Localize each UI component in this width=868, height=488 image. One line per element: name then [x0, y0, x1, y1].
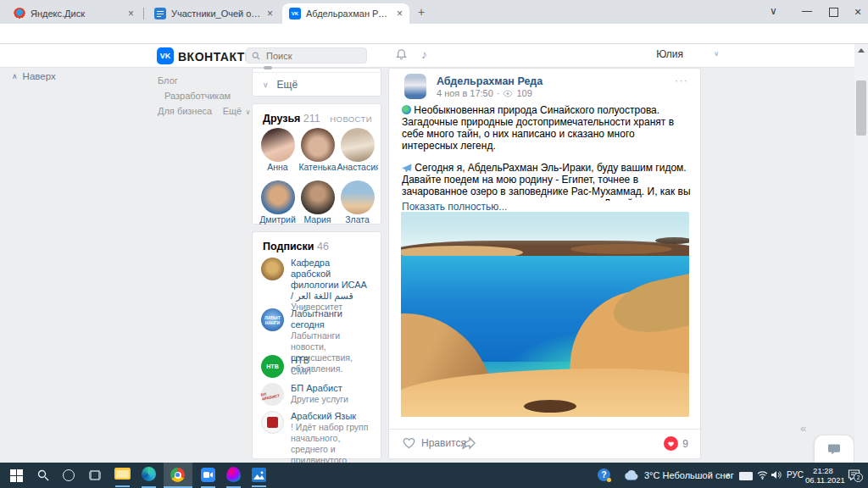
- heart-outline-icon: [402, 436, 416, 449]
- back-to-top-label: Наверх: [23, 71, 56, 81]
- desktop: Яндекс.Диск × Участники_Очей очарованье.…: [0, 0, 868, 488]
- windows-taskbar: ? 3°C Небольшой снег ∧ РУС 21:28 06.11.2…: [0, 463, 868, 488]
- likes-counter[interactable]: 9: [664, 436, 688, 451]
- friend-item[interactable]: Анастасия: [337, 128, 377, 172]
- wifi-icon[interactable]: [757, 470, 768, 480]
- file-explorer-icon[interactable]: [114, 468, 131, 480]
- friends-row-2: Дмитрий Мария Злата: [258, 180, 377, 225]
- search-box[interactable]: [246, 47, 367, 64]
- friend-item[interactable]: Катенька: [298, 128, 337, 172]
- weather-temp: 3°C: [644, 470, 659, 480]
- notifications-bell-icon[interactable]: [395, 48, 408, 61]
- music-note-icon[interactable]: ♪: [421, 47, 427, 61]
- like-label: Нравится: [421, 437, 466, 449]
- tab-close-icon[interactable]: ×: [128, 8, 134, 19]
- subscription-avatar: БП АРАБИСТ: [261, 383, 284, 406]
- friends-news-link[interactable]: новости: [330, 114, 372, 124]
- tab-close-icon[interactable]: ×: [267, 8, 273, 19]
- task-view-icon[interactable]: [89, 469, 101, 481]
- search-input[interactable]: [264, 50, 353, 62]
- subscriptions-title[interactable]: Подписки 46: [263, 241, 329, 252]
- cortana-icon[interactable]: [63, 469, 75, 481]
- friend-item[interactable]: Дмитрий: [258, 180, 298, 225]
- footer-link-business[interactable]: Для бизнеса: [158, 106, 212, 116]
- zoom-app-icon[interactable]: [201, 468, 215, 482]
- back-to-top-link[interactable]: ∧ Наверх: [12, 71, 56, 81]
- footer-link-dev[interactable]: Разработчикам: [164, 91, 231, 101]
- airplane-emoji: [402, 164, 412, 173]
- weather-cloud-icon[interactable]: [624, 469, 639, 480]
- taskbar-search-icon[interactable]: [37, 469, 49, 481]
- tab-close-icon[interactable]: ×: [397, 8, 403, 19]
- notification-center-icon[interactable]: 2: [848, 469, 860, 480]
- subscription-item[interactable]: БП АРАБИСТ БП Арабист Другие услуги: [261, 383, 372, 406]
- tab-search-chevron-icon[interactable]: ∨: [770, 5, 777, 17]
- views-eye-icon: [503, 90, 513, 97]
- tab-title: Абдельрахман Реда: [306, 8, 392, 19]
- browser-tabstrip: Яндекс.Диск × Участники_Очей очарованье.…: [0, 0, 868, 24]
- help-icon[interactable]: ?: [598, 469, 610, 481]
- clock-date: 06.11.2021: [805, 475, 841, 485]
- user-menu-chevron-icon[interactable]: ∨: [714, 50, 719, 58]
- tab-document[interactable]: Участники_Очей очарованье.d ×: [147, 3, 280, 24]
- post-paragraph-1: Необыкновенная природа Синайского полуос…: [414, 104, 659, 116]
- new-tab-button[interactable]: +: [418, 5, 425, 19]
- window-maximize-button[interactable]: [829, 8, 838, 17]
- tab-title: Участники_Очей очарованье.d: [171, 8, 262, 19]
- friend-name: Катенька: [298, 162, 338, 172]
- post-photo[interactable]: [401, 212, 689, 417]
- subscription-item[interactable]: НТВ НТВ СМИ: [261, 355, 372, 378]
- paint3d-icon[interactable]: [226, 467, 241, 482]
- vk-header: [0, 44, 854, 68]
- photo-rock: [524, 400, 576, 413]
- user-name[interactable]: Юлия: [656, 48, 683, 60]
- tab-vk-active[interactable]: VK Абдельрахман Реда ×: [282, 3, 409, 24]
- collapse-chevrons-icon[interactable]: «: [800, 422, 806, 435]
- post-author-name[interactable]: Абдельрахман Реда: [437, 75, 542, 87]
- post-paragraph-1b: Загадочные природные достопримечательнос…: [402, 116, 674, 152]
- battery-icon[interactable]: [739, 472, 753, 480]
- volume-icon[interactable]: [771, 470, 782, 480]
- photos-app-icon[interactable]: [252, 468, 266, 482]
- tab-separator: [143, 8, 144, 19]
- friend-item[interactable]: Мария: [298, 180, 337, 225]
- post-author-avatar[interactable]: [404, 74, 426, 99]
- edge-icon[interactable]: [142, 467, 156, 481]
- scrollbar-thumb[interactable]: [856, 80, 866, 136]
- friend-item[interactable]: Злата: [337, 180, 377, 225]
- friends-title[interactable]: Друзья 211: [263, 113, 320, 125]
- language-indicator[interactable]: РУС: [787, 470, 804, 480]
- friend-avatar: [261, 180, 295, 214]
- tray-chevron-up-icon[interactable]: ∧: [726, 471, 732, 480]
- share-icon[interactable]: [461, 436, 476, 450]
- vk-logo-text[interactable]: ВКОНТАКТЕ: [178, 50, 253, 64]
- user-avatar[interactable]: [689, 47, 707, 64]
- post-menu-dots[interactable]: ···: [675, 74, 688, 86]
- window-close-button[interactable]: ×: [854, 5, 861, 19]
- like-button[interactable]: Нравится: [402, 436, 466, 449]
- friend-avatar: [301, 128, 335, 162]
- tab-yandex-disk[interactable]: Яндекс.Диск ×: [7, 3, 141, 24]
- clock[interactable]: 21:28 06.11.2021: [805, 466, 841, 485]
- messenger-dock[interactable]: [815, 435, 854, 463]
- weather-widget[interactable]: 3°C Небольшой снег: [644, 470, 734, 480]
- show-more-link[interactable]: Показать полностью...: [402, 201, 507, 213]
- photo-sky: [401, 212, 689, 246]
- window-minimize-button[interactable]: —: [802, 5, 812, 17]
- side-menu-more[interactable]: ∨ Ещё: [263, 79, 298, 91]
- footer-link-more[interactable]: Ещё: [223, 106, 242, 116]
- post-meta[interactable]: 4 ноя в 17:50· 109: [437, 88, 532, 98]
- start-button-icon[interactable]: [10, 469, 23, 482]
- subscription-item[interactable]: Кафедра арабской филологии ИСАА / قسم ال…: [261, 258, 372, 313]
- chevron-down-icon: ∨: [263, 80, 269, 89]
- subscription-avatar: ЛАБЫТНАНГИ: [261, 308, 284, 331]
- footer-link-blog[interactable]: Блог: [158, 75, 178, 86]
- vk-logo-icon[interactable]: VK: [157, 47, 174, 64]
- post-date: 4 ноя в 17:50: [437, 88, 493, 98]
- chrome-taskbar-active[interactable]: [164, 463, 192, 488]
- friend-item[interactable]: Анна: [258, 128, 298, 172]
- subscription-name: НТВ: [291, 355, 370, 366]
- subscription-name: Кафедра арабской филологии ИСАА / قسم ال…: [291, 258, 370, 302]
- side-menu-more-label: Ещё: [277, 79, 298, 91]
- scrollbar-up-arrow[interactable]: [858, 48, 865, 53]
